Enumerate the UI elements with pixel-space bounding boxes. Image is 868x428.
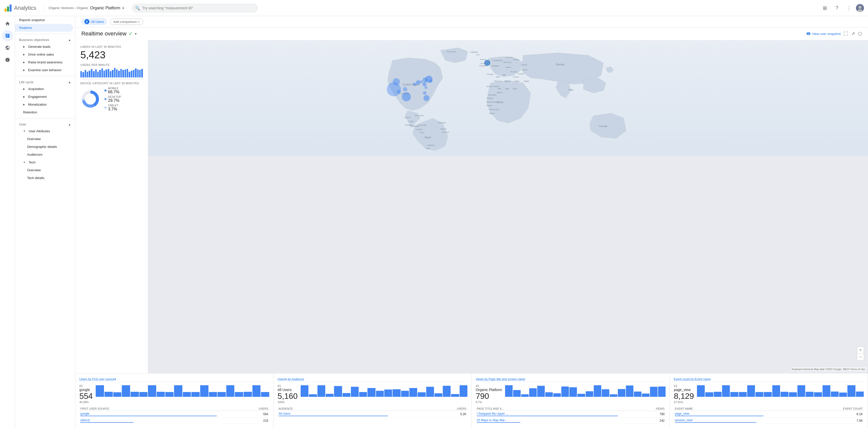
map-bubble-il: [413, 83, 416, 86]
sidebar-item-drive-online-sales[interactable]: ▶ Drive online sales: [15, 51, 73, 58]
sidebar-item-raise-brand-awareness[interactable]: ▶ Raise brand awareness: [15, 58, 73, 66]
bar: [200, 385, 209, 397]
svg-text:Iceland: Iceland: [470, 51, 478, 53]
card-stats-1: #1 google 554 45.08%: [80, 384, 93, 404]
svg-text:Portugal: Portugal: [487, 74, 494, 76]
map-zoom-in-button[interactable]: +: [857, 346, 864, 353]
sidebar-item-retention[interactable]: Retention: [15, 108, 73, 116]
bar: [789, 392, 797, 397]
row-bar: [477, 416, 618, 416]
grid-icon-button[interactable]: ⊞: [820, 3, 830, 13]
desktop-dot: [104, 98, 106, 100]
svg-text:Puerto Rico: Puerto Rico: [415, 115, 424, 116]
bar: [309, 394, 317, 397]
bar: [545, 392, 553, 397]
data-card-audience: Users▾ by Audience #1 All Users 5,160 10…: [274, 373, 472, 428]
card-stats-3: #1 Organic Platform 790 9.7%: [476, 384, 502, 404]
sidebar-item-user-attributes[interactable]: ▼ User Attributes: [15, 127, 73, 135]
sidebar-item-demographic-details[interactable]: Demographic details: [15, 143, 73, 151]
business-objectives-header[interactable]: Business objectives ▲: [15, 36, 75, 43]
svg-text:India: India: [568, 88, 574, 91]
search-input[interactable]: [132, 4, 258, 12]
view-user-snapshot-button[interactable]: View user snapshot: [806, 31, 841, 36]
icon-rail: [0, 16, 15, 428]
card-title-event-name[interactable]: Event count by Event name: [674, 377, 864, 382]
lifecycle-header[interactable]: Life cycle ▲: [15, 78, 75, 85]
fullscreen-button[interactable]: ⛶: [844, 31, 848, 36]
map-footer: Keyboard shortcuts Map data ©2023 Google…: [790, 367, 866, 371]
rail-home-icon[interactable]: [2, 18, 13, 29]
card-title-page-title[interactable]: Views by Page title and screen name: [476, 377, 665, 382]
map-zoom-out-button[interactable]: −: [857, 353, 864, 361]
app-title: Analytics: [14, 5, 36, 11]
all-users-dot: A: [84, 19, 89, 24]
bar: [139, 70, 141, 78]
realtime-header: Realtime overview ✓ ▾ View user snapshot…: [75, 27, 868, 40]
card-title-audience[interactable]: Users▾ by Audience: [278, 377, 467, 382]
bar: [618, 389, 625, 397]
sidebar-item-generate-leads[interactable]: ▶ Generate leads: [15, 43, 73, 51]
sidebar-item-engagement[interactable]: ▶ Engagement: [15, 93, 73, 101]
sidebar-item-monetization[interactable]: ▶ Monetization: [15, 101, 73, 108]
sidebar-item-acquisition[interactable]: ▶ Acquisition: [15, 85, 73, 93]
share-button[interactable]: ⬡: [858, 31, 862, 36]
rail-reports-icon[interactable]: [2, 30, 13, 41]
bar: [823, 385, 830, 397]
bar: [781, 392, 788, 397]
tablet-legend-item: TABLET 3.7%: [104, 104, 121, 111]
bar: [384, 390, 392, 397]
svg-text:Niger: Niger: [505, 88, 509, 90]
help-icon-button[interactable]: ?: [832, 3, 842, 13]
user-header[interactable]: User ▲: [15, 120, 75, 127]
world-map[interactable]: United States Canada Greenland Russia Fr…: [148, 40, 868, 156]
desktop-legend-item: DESKTOP 29.7%: [104, 95, 121, 103]
svg-text:Nigeria: Nigeria: [497, 91, 502, 93]
users-per-minute-label: USERS PER MINUTE: [81, 63, 143, 66]
svg-text:Russia: Russia: [556, 63, 565, 66]
sidebar-item-examine-user-behavior[interactable]: ▶ Examine user behavior: [15, 66, 73, 74]
sidebar-item-overview-tech[interactable]: Overview: [15, 166, 73, 174]
card-content-3: #1 Organic Platform 790 9.7%: [476, 384, 665, 404]
bar: [561, 387, 569, 397]
rail-explore-icon[interactable]: [2, 42, 13, 53]
bar: [120, 69, 122, 78]
users-last-30-label: USERS IN LAST 30 MINUTES: [81, 45, 143, 48]
more-options-button[interactable]: ⋮: [844, 3, 854, 13]
map-and-stats-row: USERS IN LAST 30 MINUTES 5,423 USERS PER…: [75, 40, 868, 373]
bar: [798, 385, 805, 397]
sidebar-item-tech-details[interactable]: Tech details: [15, 174, 73, 182]
svg-text:Ukraine: Ukraine: [521, 64, 527, 66]
bar: [326, 394, 334, 397]
bar: [634, 392, 642, 397]
expand-arrow-icon: ▶: [23, 53, 25, 56]
svg-text:Guinea: Guinea: [487, 105, 492, 106]
map-container: United States Canada Greenland Russia Fr…: [148, 40, 868, 373]
add-comparison-button[interactable]: Add comparison +: [110, 19, 143, 25]
sidebar-item-realtime[interactable]: Realtime: [15, 24, 73, 32]
realtime-title-row: Realtime overview ✓ ▾: [82, 30, 136, 37]
svg-text:Guatemala: Guatemala: [418, 124, 426, 126]
bar: [85, 70, 86, 78]
all-users-pill[interactable]: A All Users: [82, 18, 107, 25]
realtime-dropdown-button[interactable]: ▾: [135, 32, 136, 36]
dropdown-arrow[interactable]: ▾: [122, 6, 124, 10]
sidebar-item-audiences[interactable]: Audiences: [15, 151, 73, 159]
avatar[interactable]: [856, 4, 864, 12]
bar: [82, 72, 84, 78]
rail-advertising-icon[interactable]: [2, 54, 13, 65]
link-out-button[interactable]: ↗: [851, 31, 855, 36]
svg-text:Belarus: Belarus: [522, 69, 528, 71]
bar: [586, 391, 593, 397]
card-title-first-user-source[interactable]: Users by First user source▾: [80, 377, 269, 382]
sidebar-item-tech[interactable]: ▼ Tech: [15, 159, 73, 166]
sidebar-item-overview-user[interactable]: Overview: [15, 135, 73, 143]
bar: [806, 392, 813, 397]
bar: [105, 69, 107, 78]
sidebar-item-reports-snapshot[interactable]: Reports snapshot: [15, 16, 73, 24]
breadcrumb-arrow1: ›: [75, 6, 76, 10]
breadcrumb: Organic Ventures › Organic Organic Platf…: [44, 6, 124, 10]
data-card-first-user-source: Users by First user source▾ #1 google 55…: [75, 373, 274, 428]
bar: [451, 394, 459, 397]
bar: [610, 394, 617, 397]
bar: [108, 69, 109, 78]
